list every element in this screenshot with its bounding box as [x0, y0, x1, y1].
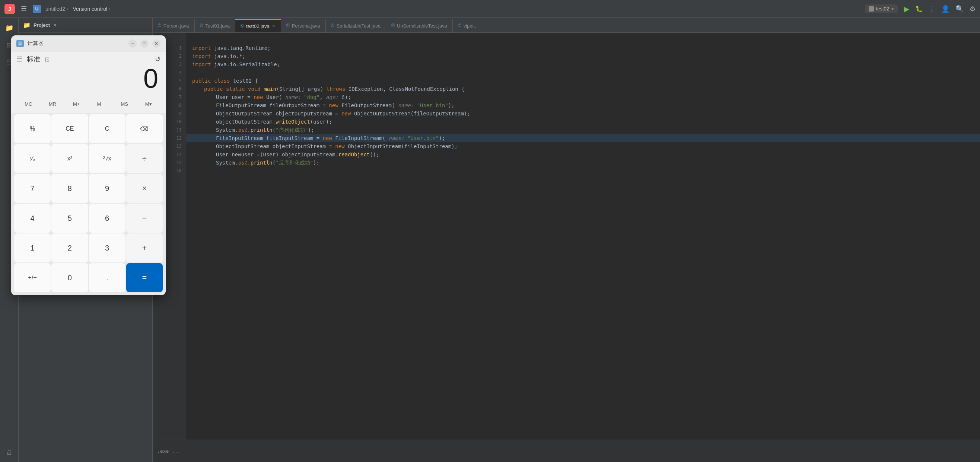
code-line: public static void main(String[] args) t…: [186, 85, 980, 93]
calc-mode-icon[interactable]: ⊡: [45, 56, 49, 63]
debug-button[interactable]: 🐛: [915, 5, 923, 12]
calc-maximize-button[interactable]: □: [140, 40, 149, 48]
calc-display-value: 0: [19, 65, 158, 92]
calc-ms-button[interactable]: MS: [113, 98, 137, 110]
calc-8-button[interactable]: 8: [51, 174, 88, 203]
calc-header: ☰ 标准 ⊡ ↺: [11, 52, 166, 65]
calc-title-text: 计算器: [27, 40, 125, 47]
code-line: User user = new User( name: "dog", age: …: [186, 93, 980, 101]
top-bar: J ☰ U untitled2 › Version control › test…: [0, 0, 980, 18]
run-configuration[interactable]: test02 ▾: [865, 5, 898, 13]
tab-close-icon[interactable]: ✕: [272, 24, 275, 29]
code-line: ObjectOutputStream objectOutputStream = …: [186, 110, 980, 117]
run-button[interactable]: ▶: [904, 5, 909, 13]
editor-area: © Person.java © Test01.java © test02.jav…: [153, 18, 980, 462]
sidebar-print-icon[interactable]: 🖨: [3, 445, 16, 459]
code-editor[interactable]: ▶ ▶ 1 2 3 4 5 6 7 8 9 10 11 12 13 14 15 …: [153, 33, 980, 440]
search-icon[interactable]: 🔍: [955, 5, 964, 13]
calc-4-button[interactable]: 4: [14, 204, 51, 233]
code-content[interactable]: import java.lang.Runtime; import java.io…: [186, 33, 980, 440]
calc-mc-button[interactable]: MC: [16, 98, 41, 110]
file-tree-title: Project: [33, 22, 50, 28]
tab-persona-java[interactable]: © Persona.java: [281, 19, 326, 32]
calc-title-icon: 🔢: [16, 40, 24, 47]
calc-percent-button[interactable]: %: [14, 114, 51, 143]
calculator-window: 🔢 计算器 − □ ✕ ☰ 标准 ⊡ ↺ 0 MC MR M+ M− MS M▾…: [11, 35, 166, 295]
code-line: FileOutputStream fileOutputStream = new …: [186, 101, 980, 110]
code-line: import java.lang.Runtime;: [186, 44, 980, 52]
code-line: [186, 36, 980, 44]
sidebar-folder-icon[interactable]: 📁: [2, 21, 16, 35]
code-line: [186, 68, 980, 77]
code-line: System.out.println("序列化成功");: [186, 126, 980, 134]
calc-2-button[interactable]: 2: [51, 233, 88, 262]
line-numbers: 1 2 3 4 5 6 7 8 9 10 11 12 13 14 15 16: [164, 33, 186, 440]
calc-mview-button[interactable]: M▾: [137, 98, 161, 110]
calc-minimize-button[interactable]: −: [129, 40, 137, 48]
calc-9-button[interactable]: 9: [89, 174, 126, 203]
settings-icon[interactable]: ⚙: [970, 5, 975, 13]
calc-titlebar: 🔢 计算器 − □ ✕: [11, 35, 166, 52]
calc-divide-button[interactable]: ÷: [126, 144, 163, 173]
calc-buttons-grid: % CE C ⌫ ¹⁄ₓ x² ²√x ÷ 7 8 9 × 4 5 6 − 1 …: [11, 113, 166, 295]
calc-mr-button[interactable]: MR: [41, 98, 65, 110]
code-line: public class test02 {: [186, 77, 980, 85]
file-tree-header: 📁 Project ▼: [19, 18, 152, 33]
calc-0-button[interactable]: 0: [51, 263, 88, 292]
editor-tabs: © Person.java © Test01.java © test02.jav…: [153, 18, 980, 33]
code-line: import java.io.*;: [186, 52, 980, 60]
calc-mminus-button[interactable]: M−: [89, 98, 113, 110]
calc-3-button[interactable]: 3: [89, 233, 126, 262]
bottom-bar: .exe ...: [153, 440, 980, 462]
more-options-button[interactable]: ⋮: [929, 5, 935, 13]
calc-clear-button[interactable]: C: [89, 114, 126, 143]
calc-backspace-button[interactable]: ⌫: [126, 114, 163, 143]
calc-7-button[interactable]: 7: [14, 174, 51, 203]
calc-hamburger-icon[interactable]: ☰: [16, 55, 22, 63]
calc-sqrt-button[interactable]: ²√x: [89, 144, 126, 173]
calc-close-button[interactable]: ✕: [152, 40, 161, 48]
user-icon[interactable]: 👤: [941, 5, 950, 13]
tab-person-java[interactable]: © Person.java: [153, 19, 195, 32]
calc-5-button[interactable]: 5: [51, 204, 88, 233]
project-title: untitled2 ›: [45, 6, 68, 12]
calc-decimal-button[interactable]: .: [89, 263, 126, 292]
code-line: import java.io.Serializable;: [186, 60, 980, 68]
code-line: objectOutputStream.writeObject(user);: [186, 117, 980, 126]
calc-reciprocal-button[interactable]: ¹⁄ₓ: [14, 144, 51, 173]
calc-ce-button[interactable]: CE: [51, 114, 88, 143]
code-line: System.out.println("反序列化成功");: [186, 159, 980, 167]
top-bar-right-actions: test02 ▾ ▶ 🐛 ⋮ 👤 🔍 ⚙: [865, 5, 975, 13]
code-line: FileInputStream fileInputStream = new Fi…: [186, 134, 980, 142]
calc-mplus-button[interactable]: M+: [64, 98, 89, 110]
calc-6-button[interactable]: 6: [89, 204, 126, 233]
calc-1-button[interactable]: 1: [14, 233, 51, 262]
file-tree-chevron-icon[interactable]: ▼: [53, 23, 57, 28]
code-line: User newuser =(User) objectInputStream.r…: [186, 151, 980, 159]
bottom-bar-content: .exe ...: [157, 448, 181, 454]
calc-square-button[interactable]: x²: [51, 144, 88, 173]
calc-memory-row: MC MR M+ M− MS M▾: [11, 95, 166, 113]
calc-multiply-button[interactable]: ×: [126, 174, 163, 203]
version-control-button[interactable]: Version control ›: [73, 6, 111, 12]
tab-unserializable-test-java[interactable]: © UnSerializableTest.java: [386, 19, 453, 32]
calc-negate-button[interactable]: +/−: [14, 263, 51, 292]
hamburger-menu-button[interactable]: ☰: [19, 3, 28, 14]
code-line: ObjectInputStream objectInputStream = ne…: [186, 142, 980, 151]
tab-test02-java[interactable]: © test02.java ✕: [235, 19, 281, 32]
project-avatar: U: [33, 5, 41, 13]
calc-add-button[interactable]: +: [126, 233, 163, 262]
calc-history-button[interactable]: ↺: [155, 55, 161, 63]
calc-mode-label: 标准: [27, 55, 40, 64]
calc-subtract-button[interactable]: −: [126, 204, 163, 233]
tab-serializable-test-java[interactable]: © SerializableTest.java: [326, 19, 386, 32]
app-logo: J: [5, 4, 15, 14]
calc-equals-button[interactable]: =: [126, 263, 163, 292]
tab-test01-java[interactable]: © Test01.java: [195, 19, 236, 32]
tab-viper[interactable]: © viper...: [453, 19, 483, 32]
calc-display: 0: [11, 65, 166, 95]
